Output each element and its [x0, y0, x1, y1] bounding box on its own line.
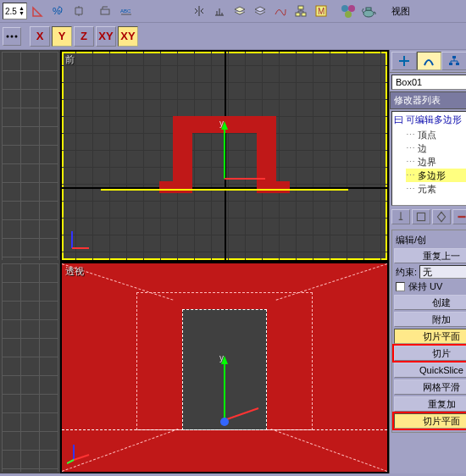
axis-xy[interactable]: XY	[96, 26, 116, 47]
main-toolbar: 2.5 ▲▼ % ABC M 视图	[0, 0, 466, 23]
handle-icon[interactable]	[3, 27, 21, 46]
layers-icon[interactable]	[230, 2, 249, 20]
geometry-edge	[159, 181, 191, 194]
viewport-left-strip-top	[0, 50, 60, 262]
tab-modify[interactable]	[417, 52, 442, 70]
svg-text:y: y	[219, 353, 224, 363]
svg-point-13	[7, 35, 9, 37]
named-sel-icon[interactable]	[97, 2, 115, 20]
svg-text:ABC: ABC	[120, 8, 131, 14]
show-end-icon[interactable]	[412, 209, 430, 224]
subobj-polygon[interactable]: 多边形	[406, 169, 466, 182]
msmooth-button[interactable]: 网格平滑	[394, 379, 466, 395]
abc-icon[interactable]: ABC	[117, 2, 136, 20]
svg-rect-1	[101, 9, 109, 14]
tab-create[interactable]	[391, 52, 417, 70]
edit-group-label: 编辑/创	[396, 234, 426, 246]
stack-root[interactable]: 曰 可编辑多边形	[394, 113, 466, 126]
geometry-edge	[257, 181, 289, 194]
slice-button[interactable]: 切片	[394, 346, 466, 361]
slice-plane-button[interactable]: 切片平面	[394, 329, 466, 344]
layers2-icon[interactable]	[251, 2, 269, 20]
snap-value: 2.5	[5, 7, 17, 16]
repeat-last-button[interactable]: 重复上一	[394, 248, 466, 263]
svg-rect-5	[302, 13, 306, 16]
svg-line-29	[67, 460, 74, 463]
spinner-snap-icon[interactable]	[69, 2, 88, 20]
teapot-icon[interactable]	[359, 2, 378, 20]
svg-rect-31	[449, 63, 452, 65]
svg-rect-30	[452, 56, 456, 58]
object-name-field[interactable]: Box01	[391, 75, 466, 90]
svg-point-11	[363, 10, 374, 17]
align-icon[interactable]	[210, 2, 229, 20]
axis-tripod-icon	[67, 226, 94, 255]
constraint-value[interactable]: 无	[419, 265, 466, 279]
snap-spinner[interactable]: 2.5 ▲▼	[3, 3, 27, 19]
svg-point-10	[345, 11, 352, 18]
subobj-edge[interactable]: 边	[406, 141, 466, 155]
modifier-stack[interactable]: 曰 可编辑多边形 顶点 边 边界 多边形 元素	[391, 111, 466, 206]
viewports: 前 y	[0, 50, 389, 473]
tab-hierarchy[interactable]	[441, 52, 466, 70]
viewport-front-label: 前	[65, 53, 75, 66]
axis-z[interactable]: Z	[74, 26, 94, 47]
svg-text:M: M	[318, 7, 325, 16]
slice-plane-button-2[interactable]: 切片平面	[394, 413, 466, 429]
axis-tripod-icon	[67, 438, 94, 467]
svg-point-8	[341, 5, 348, 12]
viewport-front[interactable]: 前 y	[62, 52, 387, 260]
svg-text:%: %	[53, 6, 61, 16]
create-button[interactable]: 创建	[394, 295, 466, 310]
curve-icon[interactable]	[271, 2, 290, 20]
svg-rect-34	[417, 213, 424, 220]
axis-y[interactable]: Y	[52, 26, 72, 47]
axis-xy2[interactable]: XY	[118, 26, 138, 47]
slice-plane-line	[101, 189, 348, 191]
command-panel: Box01 修改器列表 曰 可编辑多边形 顶点 边 边界 多边形 元素 编辑/创…	[389, 50, 466, 473]
svg-rect-32	[456, 63, 459, 65]
svg-point-25	[220, 418, 229, 426]
pin-stack-icon[interactable]	[391, 209, 410, 224]
viewport-persp-label: 透视	[65, 265, 84, 278]
tessellate-button[interactable]: 重复加	[394, 396, 466, 412]
render-icon[interactable]	[339, 2, 358, 20]
svg-text:y: y	[219, 119, 224, 128]
main-area: 前 y	[0, 50, 466, 473]
schematic-icon[interactable]	[291, 2, 310, 20]
axis-x[interactable]: X	[30, 26, 50, 47]
mirror-icon[interactable]	[190, 2, 208, 20]
make-unique-icon[interactable]	[432, 209, 451, 224]
axis-toolbar: X Y Z XY XY	[0, 23, 466, 50]
percent-snap-icon[interactable]: %	[49, 2, 68, 20]
subobj-vertex[interactable]: 顶点	[406, 128, 466, 141]
svg-rect-4	[296, 13, 300, 16]
attach-button[interactable]: 附加	[394, 312, 466, 327]
svg-point-14	[11, 35, 14, 37]
svg-point-9	[348, 5, 355, 12]
command-panel-tabs	[390, 50, 466, 73]
subobj-border[interactable]: 边界	[406, 155, 466, 169]
geometry-edge	[173, 116, 192, 189]
preserve-uv-checkbox[interactable]: 保持 UV	[394, 280, 466, 293]
subobj-element[interactable]: 元素	[406, 182, 466, 196]
angle-snap-icon[interactable]	[29, 2, 47, 20]
modifier-list-label[interactable]: 修改器列表	[390, 91, 466, 109]
material-icon[interactable]: M	[312, 2, 330, 20]
edit-rollout: 编辑/创 重复上一 约束: 无 保持 UV 创建 附加 切片平面 切片 Quic…	[391, 230, 466, 433]
svg-rect-3	[298, 6, 303, 9]
viewport-perspective[interactable]: 透视 y	[62, 263, 387, 472]
svg-line-28	[74, 455, 89, 460]
move-gizmo[interactable]: y	[199, 352, 250, 430]
svg-rect-12	[366, 8, 371, 10]
constraint-label: 约束:	[396, 266, 417, 279]
view-menu[interactable]: 视图	[386, 5, 415, 18]
stack-tools	[390, 208, 466, 226]
svg-point-15	[15, 35, 18, 37]
move-gizmo[interactable]: y	[199, 119, 250, 189]
viewport-left-strip-bottom	[0, 262, 60, 473]
remove-mod-icon[interactable]	[452, 209, 466, 224]
quickslice-button[interactable]: QuickSlice	[394, 363, 466, 378]
